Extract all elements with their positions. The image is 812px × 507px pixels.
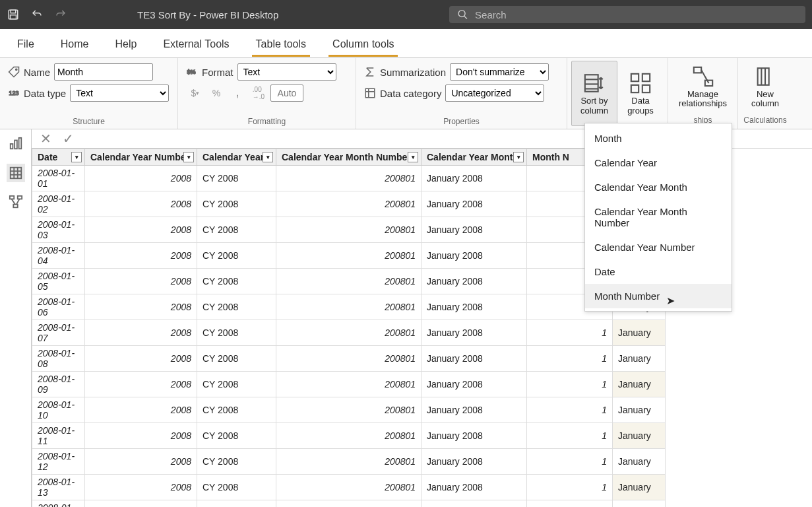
- table-row[interactable]: 2008-01-012008CY 2008200801January 20081…: [32, 165, 666, 191]
- format-select[interactable]: Text: [237, 63, 336, 81]
- column-header[interactable]: Calendar Year Number▾: [85, 149, 197, 165]
- currency-button[interactable]: $ ▾: [186, 84, 204, 102]
- cell-cym[interactable]: January 2008: [422, 474, 527, 500]
- tab-home[interactable]: Home: [57, 34, 93, 57]
- cell-cyn[interactable]: 2008: [85, 268, 197, 294]
- cell-cy[interactable]: CY 2008: [197, 320, 276, 345]
- filter-dropdown-icon[interactable]: ▾: [513, 152, 524, 162]
- cell-cyn[interactable]: 2008: [85, 242, 197, 268]
- datatype-select[interactable]: Text: [70, 84, 169, 102]
- dropdown-item[interactable]: Calendar Year: [585, 151, 732, 175]
- tab-external-tools[interactable]: External Tools: [159, 34, 233, 57]
- cell-cy[interactable]: CY 2008: [197, 397, 276, 422]
- cell-date[interactable]: 2008-01-14: [32, 500, 85, 507]
- cell-cymn[interactable]: 200801: [276, 500, 422, 507]
- cell-cymn[interactable]: 200801: [276, 422, 422, 448]
- table-row[interactable]: 2008-01-132008CY 2008200801January 20081…: [32, 474, 666, 500]
- table-row[interactable]: 2008-01-042008CY 2008200801January 20081…: [32, 242, 666, 268]
- cell-cy[interactable]: CY 2008: [197, 500, 276, 507]
- filter-dropdown-icon[interactable]: ▾: [71, 152, 82, 162]
- dropdown-item[interactable]: Date: [585, 259, 732, 284]
- dropdown-item[interactable]: Calendar Year Number: [585, 235, 732, 259]
- search-input[interactable]: [475, 9, 797, 20]
- cell-month[interactable]: January: [613, 371, 666, 397]
- cell-cy[interactable]: CY 2008: [197, 474, 276, 500]
- table-row[interactable]: 2008-01-032008CY 2008200801January 20081…: [32, 217, 666, 242]
- cell-cy[interactable]: CY 2008: [197, 422, 276, 448]
- cell-month[interactable]: January: [613, 397, 666, 422]
- column-header[interactable]: Date▾: [32, 149, 85, 165]
- tab-table-tools[interactable]: Table tools: [252, 34, 311, 57]
- cell-date[interactable]: 2008-01-10: [32, 397, 85, 422]
- cell-mn[interactable]: 1: [527, 345, 613, 371]
- table-row[interactable]: 2008-01-112008CY 2008200801January 20081…: [32, 422, 666, 448]
- cell-cymn[interactable]: 200801: [276, 294, 422, 320]
- cell-month[interactable]: January: [613, 422, 666, 448]
- cell-cym[interactable]: January 2008: [422, 217, 527, 242]
- cell-cyn[interactable]: 2008: [85, 217, 197, 242]
- dropdown-item[interactable]: Calendar Year Month: [585, 175, 732, 199]
- cancel-formula-button[interactable]: ✕: [37, 130, 54, 147]
- cell-date[interactable]: 2008-01-12: [32, 448, 85, 474]
- data-view-icon[interactable]: [7, 164, 25, 182]
- cell-mn[interactable]: 1: [527, 474, 613, 500]
- new-column-button[interactable]: New column: [742, 61, 788, 113]
- cell-cy[interactable]: CY 2008: [197, 448, 276, 474]
- cell-cy[interactable]: CY 2008: [197, 165, 276, 191]
- cell-cyn[interactable]: 2008: [85, 345, 197, 371]
- cell-cymn[interactable]: 200801: [276, 320, 422, 345]
- cell-cyn[interactable]: 2008: [85, 371, 197, 397]
- cell-cyn[interactable]: 2008: [85, 320, 197, 345]
- table-row[interactable]: 2008-01-122008CY 2008200801January 20081…: [32, 448, 666, 474]
- table-row[interactable]: 2008-01-072008CY 2008200801January 20081…: [32, 320, 666, 345]
- table-row[interactable]: 2008-01-142008CY 2008200801January 20081…: [32, 500, 666, 507]
- cell-cyn[interactable]: 2008: [85, 422, 197, 448]
- model-view-icon[interactable]: [7, 193, 25, 211]
- cell-date[interactable]: 2008-01-09: [32, 371, 85, 397]
- cell-cym[interactable]: January 2008: [422, 242, 527, 268]
- cell-date[interactable]: 2008-01-06: [32, 294, 85, 320]
- table-row[interactable]: 2008-01-022008CY 2008200801January 20081…: [32, 191, 666, 217]
- commit-formula-button[interactable]: ✓: [59, 130, 77, 147]
- cell-date[interactable]: 2008-01-11: [32, 422, 85, 448]
- cell-cym[interactable]: January 2008: [422, 500, 527, 507]
- cell-cymn[interactable]: 200801: [276, 345, 422, 371]
- column-header[interactable]: Calendar Year Month Number▾: [276, 149, 422, 165]
- cell-cym[interactable]: January 2008: [422, 294, 527, 320]
- tab-file[interactable]: File: [13, 34, 38, 57]
- cell-cymn[interactable]: 200801: [276, 242, 422, 268]
- cell-cym[interactable]: January 2008: [422, 397, 527, 422]
- cell-cymn[interactable]: 200801: [276, 371, 422, 397]
- cell-month[interactable]: January: [613, 448, 666, 474]
- cell-cyn[interactable]: 2008: [85, 500, 197, 507]
- tab-help[interactable]: Help: [111, 34, 141, 57]
- category-select[interactable]: Uncategorized: [445, 84, 544, 102]
- thousands-button[interactable]: ,: [228, 84, 247, 102]
- cell-mn[interactable]: 1: [527, 397, 613, 422]
- cell-mn[interactable]: 1: [527, 500, 613, 507]
- redo-icon[interactable]: [54, 8, 67, 21]
- manage-relationships-button[interactable]: Manage relationships: [672, 61, 734, 113]
- dropdown-item[interactable]: Month: [585, 126, 732, 151]
- cell-mn[interactable]: 1: [527, 422, 613, 448]
- cell-cyn[interactable]: 2008: [85, 448, 197, 474]
- cell-month[interactable]: January: [613, 320, 666, 345]
- search-bar[interactable]: [449, 6, 805, 23]
- cell-date[interactable]: 2008-01-02: [32, 191, 85, 217]
- cell-cymn[interactable]: 200801: [276, 217, 422, 242]
- cell-cy[interactable]: CY 2008: [197, 345, 276, 371]
- cell-cy[interactable]: CY 2008: [197, 268, 276, 294]
- decimals-input[interactable]: [270, 84, 303, 102]
- cell-cym[interactable]: January 2008: [422, 448, 527, 474]
- cell-date[interactable]: 2008-01-03: [32, 217, 85, 242]
- filter-dropdown-icon[interactable]: ▾: [263, 152, 273, 162]
- cell-mn[interactable]: 1: [527, 448, 613, 474]
- cell-cymn[interactable]: 200801: [276, 448, 422, 474]
- cell-date[interactable]: 2008-01-01: [32, 165, 85, 191]
- undo-icon[interactable]: [30, 8, 44, 21]
- table-row[interactable]: 2008-01-082008CY 2008200801January 20081…: [32, 345, 666, 371]
- cell-date[interactable]: 2008-01-08: [32, 345, 85, 371]
- percent-button[interactable]: %: [207, 84, 226, 102]
- table-row[interactable]: 2008-01-092008CY 2008200801January 20081…: [32, 371, 666, 397]
- summarization-select[interactable]: Don't summarize: [450, 63, 549, 81]
